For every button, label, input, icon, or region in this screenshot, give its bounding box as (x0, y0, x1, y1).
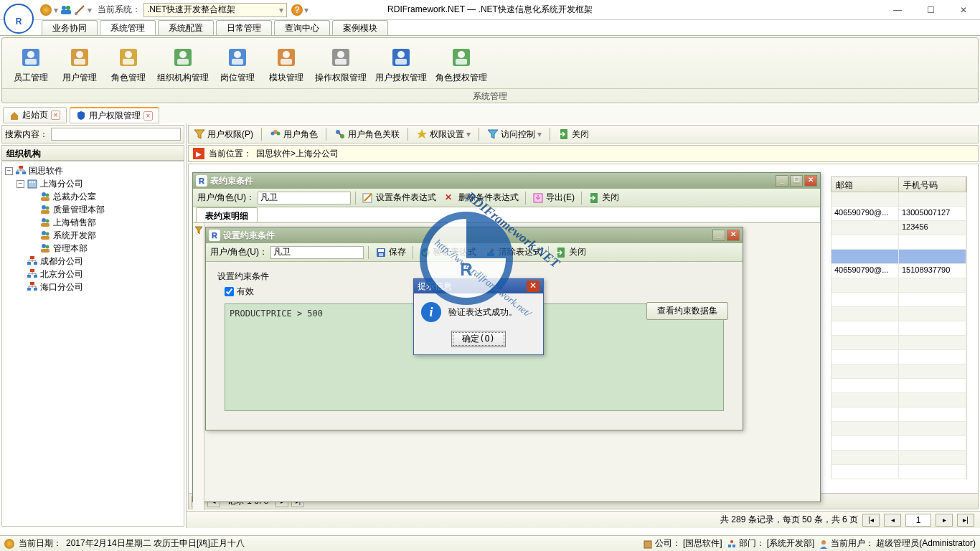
messagebox-titlebar[interactable]: 提示信息 ✕ (414, 279, 543, 293)
dialog2-min[interactable]: _ (712, 230, 725, 241)
tree-node[interactable]: 北京分公司 (5, 268, 181, 281)
grid-row[interactable] (831, 465, 967, 479)
ribbon-5[interactable]: 模块管理 (263, 41, 309, 85)
btn-view-dataset[interactable]: 查看约束数据集 (646, 302, 728, 320)
main-tab-4[interactable]: 查询中心 (274, 20, 330, 35)
tb-role[interactable]: 用户角色 (268, 128, 320, 141)
filter-gutter[interactable] (193, 223, 204, 510)
tb-perm[interactable]: 用户权限(P) (192, 128, 255, 141)
grid-row[interactable] (831, 436, 967, 451)
skin-icon[interactable] (40, 4, 52, 16)
help-icon[interactable]: ? (291, 4, 303, 16)
pager-page-input[interactable] (905, 514, 931, 527)
btn-close2[interactable]: 关闭 (553, 245, 588, 259)
users-icon[interactable] (60, 4, 72, 16)
tab-close-icon[interactable]: × (51, 110, 60, 120)
checkbox-valid-input[interactable] (225, 287, 234, 296)
col-phone[interactable]: 手机号码 (899, 177, 966, 192)
grid-row[interactable]: 406590790@...13005007127 (831, 207, 967, 221)
grid-row[interactable] (831, 408, 967, 422)
btn-export[interactable]: 导出(E) (530, 191, 577, 204)
pager-prev[interactable]: ◂ (884, 514, 901, 527)
grid-row[interactable] (831, 364, 967, 379)
dialog2-titlebar[interactable]: R 设置约束条件 _ ✕ (206, 227, 743, 243)
tree-node[interactable]: 海口分公司 (5, 281, 181, 293)
dialog1-max[interactable]: ☐ (790, 175, 803, 187)
tab-constraint-detail[interactable]: 表约束明细 (196, 207, 258, 222)
grid-row[interactable] (831, 379, 967, 393)
tree-node[interactable]: −上海分公司 (5, 177, 181, 190)
dropdown-icon[interactable]: ▾ (54, 5, 58, 15)
grid-row[interactable] (831, 451, 967, 465)
ribbon-1[interactable]: 用户管理 (57, 41, 103, 85)
grid-row[interactable] (831, 250, 967, 264)
tb-access[interactable]: 访问控制 ▾ (485, 128, 544, 141)
tree-node[interactable]: 总裁办公室 (5, 190, 181, 203)
grid-row[interactable] (831, 393, 967, 408)
dialog1-min[interactable]: _ (776, 175, 788, 187)
btn-close[interactable]: 关闭 (586, 191, 621, 204)
main-tab-2[interactable]: 系统配置 (158, 20, 214, 35)
btn-set-expr[interactable]: 设置条件表达式 (360, 191, 438, 204)
grid-row[interactable] (831, 293, 967, 307)
main-tab-5[interactable]: 案例模块 (332, 20, 388, 35)
btn-save[interactable]: 保存 (373, 245, 408, 259)
search-input[interactable] (51, 128, 181, 141)
ribbon-6[interactable]: 操作权限管理 (312, 41, 369, 85)
tree-node[interactable]: 系统开发部 (5, 229, 181, 242)
btn-clear[interactable]: 清除表达式 (483, 245, 544, 259)
doc-tab-0[interactable]: 起始页× (3, 107, 67, 123)
grid-row[interactable] (831, 422, 967, 436)
tb-permcfg[interactable]: 权限设置 ▾ (414, 128, 473, 141)
grid-row[interactable] (831, 192, 967, 207)
main-tab-1[interactable]: 系统管理 (100, 20, 156, 35)
maximize-button[interactable]: ☐ (914, 0, 947, 20)
dlg1-user-input[interactable] (258, 192, 351, 204)
tree-node[interactable]: 上海销售部 (5, 216, 181, 229)
grid-row[interactable] (831, 350, 967, 364)
close-button[interactable]: ✕ (947, 0, 980, 20)
grid-row[interactable] (831, 336, 967, 350)
tools-icon[interactable] (74, 4, 85, 16)
tb-close[interactable]: 关闭 (556, 128, 591, 141)
ribbon-3[interactable]: 组织机构管理 (154, 41, 212, 85)
btn-del-expr[interactable]: ✕删除条件表达式 (443, 191, 521, 204)
current-system-select[interactable]: .NET快速开发整合框架 ▾ (143, 3, 287, 17)
pager-next[interactable]: ▸ (936, 514, 953, 527)
ribbon-8[interactable]: 角色授权管理 (433, 41, 490, 85)
tree-node[interactable]: −国思软件 (5, 164, 181, 177)
ribbon-0[interactable]: 员工管理 (8, 41, 54, 85)
org-tree[interactable]: −国思软件−上海分公司总裁办公室质量管理本部上海销售部系统开发部管理本部成都分公… (1, 161, 184, 527)
main-tab-3[interactable]: 日常管理 (216, 20, 272, 35)
dropdown-icon[interactable]: ▾ (88, 5, 92, 15)
ribbon-2[interactable]: 角色管理 (105, 41, 151, 85)
tree-node[interactable]: 成都分公司 (5, 255, 181, 268)
ribbon-7[interactable]: 用户授权管理 (372, 41, 430, 85)
grid-row[interactable] (831, 278, 967, 293)
dropdown-icon[interactable]: ▾ (304, 5, 308, 15)
grid-row[interactable]: 123456 (831, 221, 967, 235)
main-tab-0[interactable]: 业务协同 (42, 20, 98, 35)
grid-row[interactable] (831, 321, 967, 336)
col-email[interactable]: 邮箱 (831, 177, 899, 192)
dlg2-user-input[interactable] (270, 246, 364, 259)
pager-first[interactable]: |◂ (862, 514, 880, 527)
btn-validate[interactable]: 验证表达式 (418, 245, 479, 259)
grid-row[interactable] (831, 307, 967, 321)
dialog1-titlebar[interactable]: R 表约束条件 _ ☐ ✕ (193, 173, 820, 189)
dialog2-close[interactable]: ✕ (727, 230, 740, 241)
grid-row[interactable]: 406590790@...15108937790 (831, 264, 967, 278)
tree-node[interactable]: 管理本部 (5, 242, 181, 255)
tree-node[interactable]: 质量管理本部 (5, 203, 181, 216)
dept-value: [系统开发部] (767, 537, 815, 550)
minimize-button[interactable]: — (881, 0, 914, 20)
dialog1-close[interactable]: ✕ (804, 175, 817, 187)
ribbon-4[interactable]: 岗位管理 (215, 41, 260, 85)
pager-last[interactable]: ▸| (957, 514, 974, 527)
tb-rolerel[interactable]: 用户角色关联 (332, 128, 402, 141)
messagebox-ok[interactable]: 确定(O) (451, 331, 506, 347)
grid-row[interactable] (831, 235, 967, 250)
tab-close-icon[interactable]: × (143, 111, 153, 121)
messagebox-close[interactable]: ✕ (527, 281, 540, 292)
doc-tab-1[interactable]: 用户权限管理× (70, 107, 159, 123)
